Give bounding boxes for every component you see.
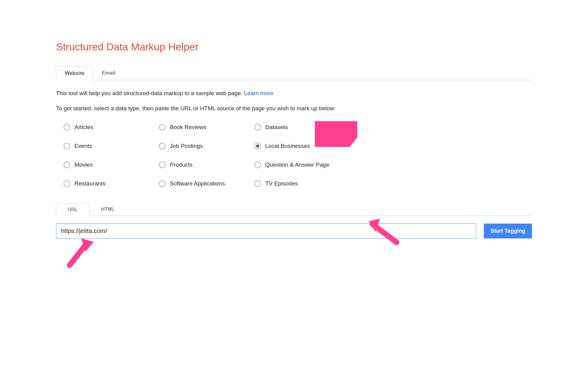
radio-label: Articles xyxy=(74,124,93,131)
top-tabs: Website Email xyxy=(56,66,532,80)
radio-icon xyxy=(64,143,70,149)
radio-label: Book Reviews xyxy=(170,124,206,131)
input-row: Start Tagging xyxy=(56,223,532,239)
learn-more-link[interactable]: Learn more xyxy=(244,90,273,96)
radio-restaurants[interactable]: Restaurants xyxy=(64,180,159,187)
radio-label: TV Episodes xyxy=(265,180,298,187)
radio-icon xyxy=(159,124,166,131)
radio-local-businesses[interactable]: Local Businesses xyxy=(254,143,350,149)
start-tagging-button[interactable]: Start Tagging xyxy=(484,224,532,238)
radio-label: Products xyxy=(170,161,193,168)
instructions-text: To get started, select a data type, then… xyxy=(56,105,532,112)
radio-label: Local Businesses xyxy=(265,143,310,149)
url-input[interactable] xyxy=(56,223,476,239)
data-type-grid: Articles Book Reviews Datasets Events Jo… xyxy=(64,124,532,187)
radio-label: Question & Answer Page xyxy=(265,161,329,168)
radio-label: Movies xyxy=(74,161,93,168)
radio-software-apps[interactable]: Software Applications xyxy=(159,180,254,187)
description-prefix: This tool will help you add structured-d… xyxy=(56,90,244,96)
radio-events[interactable]: Events xyxy=(64,143,159,149)
radio-movies[interactable]: Movies xyxy=(64,161,159,168)
radio-job-postings[interactable]: Job Postings xyxy=(159,143,254,149)
page-title: Structured Data Markup Helper xyxy=(56,41,532,53)
radio-label: Job Postings xyxy=(170,143,203,149)
tab-email[interactable]: Email xyxy=(93,66,124,80)
tab-url[interactable]: URL xyxy=(56,204,90,216)
radio-datasets[interactable]: Datasets xyxy=(254,124,350,131)
radio-label: Software Applications xyxy=(170,180,225,187)
radio-tv-episodes[interactable]: TV Episodes xyxy=(254,180,350,187)
radio-icon xyxy=(254,143,261,149)
radio-book-reviews[interactable]: Book Reviews xyxy=(159,124,254,131)
annotation-arrow-icon xyxy=(64,235,97,268)
radio-icon xyxy=(254,124,261,131)
radio-icon xyxy=(64,161,70,168)
radio-icon xyxy=(64,124,70,131)
radio-icon xyxy=(159,143,166,149)
radio-label: Events xyxy=(74,143,92,149)
radio-icon xyxy=(254,180,261,187)
radio-articles[interactable]: Articles xyxy=(64,124,159,131)
radio-label: Datasets xyxy=(265,124,288,131)
source-tabs: URL HTML xyxy=(56,204,532,216)
radio-icon xyxy=(159,161,166,168)
radio-icon xyxy=(64,180,70,187)
description-text: This tool will help you add structured-d… xyxy=(56,89,532,98)
radio-label: Restaurants xyxy=(74,180,105,187)
radio-icon xyxy=(159,180,166,187)
radio-qa-page[interactable]: Question & Answer Page xyxy=(254,161,350,168)
radio-icon xyxy=(254,161,261,168)
tab-html[interactable]: HTML xyxy=(90,204,126,215)
tab-website[interactable]: Website xyxy=(56,66,93,80)
radio-products[interactable]: Products xyxy=(159,161,254,168)
